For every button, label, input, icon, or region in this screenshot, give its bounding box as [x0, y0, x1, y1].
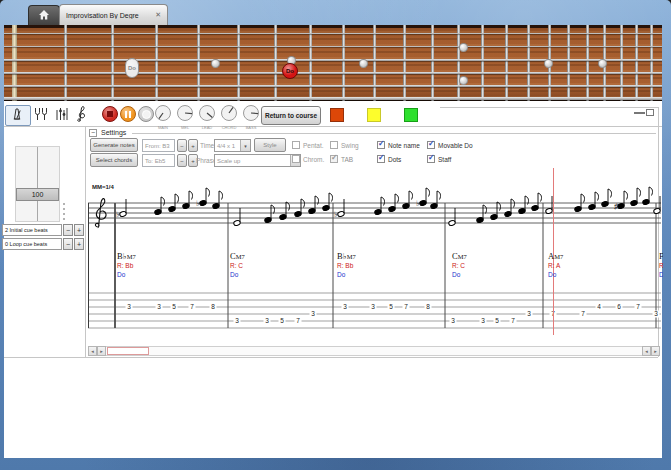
checkbox-box[interactable]: ✓ [427, 141, 435, 149]
stepper-plus-1[interactable]: + [74, 224, 84, 236]
dropdown-arrow-icon[interactable]: ▾ [240, 140, 250, 151]
inlay-dot [211, 59, 220, 68]
knob-bass[interactable]: BASS [242, 104, 260, 130]
knob-mel[interactable]: MEL [176, 104, 194, 130]
stepper-plus-2[interactable]: + [74, 238, 84, 250]
tempo-slider-track[interactable] [15, 146, 60, 222]
metronome-icon[interactable] [9, 106, 25, 122]
fretboard[interactable]: DoDo [4, 25, 662, 101]
scroll-left-button[interactable]: ◂ [88, 346, 97, 356]
knob-lead[interactable]: LEAD [198, 104, 216, 130]
checkbox-note-name[interactable]: ✓Note name [377, 141, 420, 149]
fret-2 [111, 25, 114, 101]
record-button[interactable] [138, 106, 154, 122]
notation-panel[interactable]: MM=1/4 ♭♭♭♭♯33578335733357833573774673 B… [88, 168, 663, 358]
scroll-right-button-right-end[interactable]: ▸ [651, 346, 660, 356]
panel-handle-icon[interactable] [634, 112, 645, 114]
svg-text:3: 3 [157, 303, 161, 310]
from-plus-button[interactable]: + [188, 139, 198, 152]
stop-button[interactable] [102, 106, 118, 122]
stepper-label-1: 2 Initial cue beats [2, 224, 62, 236]
to-note-field[interactable]: To: Eb5 [142, 154, 175, 167]
panel-handle-box[interactable] [646, 109, 654, 116]
stepper-minus-2[interactable]: − [63, 238, 73, 250]
chord-name: CM7 [452, 252, 467, 261]
checkbox-swing[interactable]: Swing [330, 141, 359, 149]
tuning-fork-icon[interactable] [33, 106, 49, 122]
svg-text:7: 7 [636, 303, 640, 310]
select-chords-button[interactable]: Select chords [90, 153, 138, 167]
record-glyph [142, 110, 151, 119]
checkbox-box[interactable]: ✓ [427, 155, 435, 163]
checkbox-dots[interactable]: ✓Dots [377, 155, 401, 163]
status-square-2[interactable] [367, 108, 381, 122]
from-minus-button[interactable]: − [177, 139, 187, 152]
string-3 [4, 59, 662, 61]
fret-22 [650, 25, 653, 101]
treble-clef-icon[interactable] [72, 105, 88, 123]
svg-text:3: 3 [371, 303, 375, 310]
inlay-dot [359, 59, 368, 68]
chord-root: R: C [452, 261, 467, 270]
status-square-1[interactable] [330, 108, 344, 122]
chord-solfege: Do [548, 270, 563, 279]
time-dropdown[interactable]: 4/4 x 1 ▾ [214, 139, 251, 152]
string-1 [4, 33, 662, 34]
note-marker-do[interactable]: Do [125, 58, 139, 78]
svg-text:3: 3 [235, 317, 239, 324]
chord-solfege: Do [117, 270, 136, 279]
fret-21 [635, 25, 638, 101]
phrase-value: Scale up [217, 158, 240, 164]
checkbox-box[interactable]: ✓ [330, 155, 338, 163]
inlay-dot [598, 59, 607, 68]
checkbox-box[interactable]: ✓ [377, 155, 385, 163]
checkbox-label: Note name [388, 142, 420, 149]
status-square-3[interactable] [404, 108, 418, 122]
stepper-minus-1[interactable]: − [63, 224, 73, 236]
staff-notation: ♭♭♭♭♯33578335733357833573774673 [88, 183, 663, 358]
time-value: 4/4 x 1 [217, 143, 235, 149]
checkbox-movable-do[interactable]: ✓Movable Do [427, 141, 473, 149]
return-to-course-button[interactable]: Return to course [261, 106, 321, 125]
generate-notes-button[interactable]: Generate notes [90, 138, 138, 152]
tab-close-icon[interactable]: ✕ [155, 11, 161, 19]
home-tab[interactable] [28, 5, 60, 26]
chord-solfege: Do [659, 270, 663, 279]
settings-groupbox-line [132, 133, 656, 134]
checkbox-label: Chrom. [303, 156, 324, 163]
checkbox-box[interactable] [292, 155, 300, 163]
checkbox-staff[interactable]: ✓Staff [427, 155, 451, 163]
checkbox-chrom-[interactable]: Chrom. [292, 155, 324, 163]
fret-3 [155, 25, 158, 101]
knob-main[interactable]: MAIN [154, 104, 172, 130]
checkbox-pentat-[interactable]: Pentat. [292, 141, 324, 149]
checkbox-box[interactable] [330, 141, 338, 149]
style-button[interactable]: Style [254, 138, 286, 152]
fret-13 [481, 25, 484, 101]
scrollbar-thumb[interactable] [107, 347, 149, 355]
tempo-slider-handle[interactable]: 100 [16, 188, 59, 201]
checkbox-tab[interactable]: ✓TAB [330, 155, 353, 163]
stepper-label-2: 0 Loop cue beats [2, 238, 62, 250]
score-scrollbar[interactable] [88, 346, 660, 356]
settings-collapse-toggle[interactable]: − [89, 129, 97, 137]
note-marker-do[interactable]: Do [282, 63, 298, 79]
fret-1 [64, 25, 67, 101]
knob-chord[interactable]: CHORD [220, 104, 238, 130]
from-note-field[interactable]: From: B3 [142, 139, 175, 152]
tab-improvisation[interactable]: Improvisation By Degre ✕ [59, 4, 168, 25]
scroll-left-button-right-end[interactable]: ◂ [642, 346, 651, 356]
scroll-right-button[interactable]: ▸ [97, 346, 106, 356]
phrase-dropdown[interactable]: Scale up ▾ [214, 154, 301, 167]
pause-bar [129, 111, 131, 118]
to-minus-button[interactable]: − [177, 154, 187, 167]
splitter-grip-dot [63, 218, 65, 220]
svg-text:3: 3 [265, 317, 269, 324]
fret-7 [309, 25, 312, 101]
knob-label: MEL [176, 125, 194, 130]
checkbox-box[interactable] [292, 141, 300, 149]
string-display-icon[interactable] [54, 106, 70, 122]
svg-text:7: 7 [190, 303, 194, 310]
checkbox-box[interactable]: ✓ [377, 141, 385, 149]
pause-button[interactable] [120, 106, 136, 122]
